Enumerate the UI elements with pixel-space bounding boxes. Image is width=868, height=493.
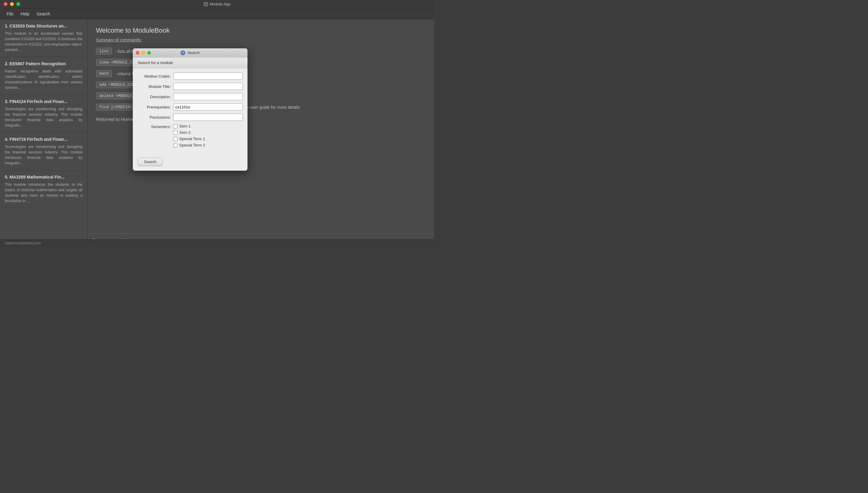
dialog-footer: Search <box>133 155 248 171</box>
preclusions-label: Preclusions: <box>138 115 171 120</box>
prerequisites-label: Prerequisites: <box>138 105 171 109</box>
minimize-button[interactable] <box>10 2 14 6</box>
menu-help[interactable]: Help <box>18 10 32 18</box>
titlebar-buttons <box>4 2 20 6</box>
sidebar-item-desc-4: This module introduces the students to t… <box>5 182 83 203</box>
app-icon <box>204 2 208 6</box>
help-icon: ? <box>181 50 185 55</box>
semester-label-3: Special Term 2 <box>179 143 205 147</box>
prerequisites-input[interactable] <box>173 103 243 111</box>
module-codes-label: Modlue Codes: <box>138 74 171 79</box>
menu-search[interactable]: Search <box>33 10 53 18</box>
semester-checkbox-3[interactable] <box>173 143 178 147</box>
dialog-titlebar: ? Search <box>133 48 248 58</box>
maximize-button[interactable] <box>16 2 20 6</box>
preclusions-input[interactable] <box>173 113 243 121</box>
checkboxes-group: Sem 1 Sem 2 Special Term 1 Special Term … <box>173 124 205 147</box>
semester-checkbox-2[interactable] <box>173 137 178 141</box>
summary-label: Summary of commands: <box>96 38 426 42</box>
search-dialog: ? Search Search for a module Modlue Code… <box>133 48 248 171</box>
close-button[interactable] <box>4 2 7 6</box>
sidebar-item-desc-2: Technologies are transforming and disrup… <box>5 106 83 128</box>
sidebar-item-0[interactable]: 1. CS2020 Data Structures an... This mod… <box>0 19 87 57</box>
description-input[interactable] <box>173 93 243 100</box>
semester-row-0: Sem 1 <box>173 124 205 128</box>
sidebar: 1. CS2020 Data Structures an... This mod… <box>0 19 88 246</box>
prerequisites-row: Prerequisites: <box>138 103 243 111</box>
search-button[interactable]: Search <box>138 158 163 166</box>
semester-row-3: Special Term 2 <box>173 143 205 147</box>
sidebar-item-title-4: 5. MA3269 Mathematical Fin... <box>5 175 83 179</box>
sidebar-item-title-3: 4. FIN4719 FinTech and Finan... <box>5 137 83 142</box>
semester-checkbox-0[interactable] <box>173 124 178 128</box>
module-title-input[interactable] <box>173 83 243 90</box>
semester-row-2: Special Term 1 <box>173 136 205 141</box>
semester-label-2: Special Term 1 <box>179 136 205 141</box>
dialog-title: ? Search <box>181 50 200 55</box>
semester-label-0: Sem 1 <box>179 124 191 128</box>
sidebar-item-title-1: 2. EE5907 Pattern Recognition <box>5 61 83 66</box>
module-codes-input[interactable] <box>173 72 243 80</box>
dialog-body: Modlue Codes: Module Title: Description:… <box>133 68 248 155</box>
app-title: Module App <box>204 2 231 6</box>
module-title-label: Module Title: <box>138 84 171 89</box>
sidebar-item-1[interactable]: 2. EE5907 Pattern Recognition Pattern re… <box>0 57 87 95</box>
preclusions-row: Preclusions: <box>138 113 243 121</box>
command-badge-0: list <box>96 48 112 55</box>
dialog-titlebar-buttons <box>136 51 151 55</box>
status-path: ./data/modulebook.json <box>4 241 41 245</box>
status-bar: ./data/modulebook.json <box>0 239 434 246</box>
sidebar-item-3[interactable]: 4. FIN4719 FinTech and Finan... Technolo… <box>0 133 87 170</box>
dialog-close-button[interactable] <box>136 51 139 55</box>
dialog-header: Search for a module <box>133 58 248 68</box>
sidebar-item-desc-3: Technologies are transforming and disrup… <box>5 144 83 166</box>
sidebar-item-title-0: 1. CS2020 Data Structures an... <box>5 24 83 28</box>
semester-label-1: Sem 2 <box>179 130 191 135</box>
titlebar: Module App <box>0 0 434 8</box>
dialog-maximize-button[interactable] <box>147 51 151 55</box>
semester-row-1: Sem 2 <box>173 130 205 135</box>
menu-file[interactable]: File <box>4 10 17 18</box>
semesters-row: Semesters: Sem 1 Sem 2 Special Term 1 <box>138 124 243 147</box>
module-codes-row: Modlue Codes: <box>138 72 243 80</box>
semesters-label: Semesters: <box>138 124 171 129</box>
sidebar-item-title-2: 3. FIN4124 FinTech and Finan... <box>5 99 83 104</box>
semester-checkbox-1[interactable] <box>173 130 178 135</box>
welcome-title: Welcome to ModuleBook <box>96 27 426 35</box>
sidebar-item-desc-0: This module is an accelerated version th… <box>5 31 83 52</box>
description-label: Description: <box>138 94 171 99</box>
module-title-row: Module Title: <box>138 83 243 90</box>
description-row: Description: <box>138 93 243 100</box>
sidebar-item-4[interactable]: 5. MA3269 Mathematical Fin... This modul… <box>0 170 87 208</box>
sidebar-item-2[interactable]: 3. FIN4124 FinTech and Finan... Technolo… <box>0 95 87 133</box>
command-badge-2: back <box>96 70 112 77</box>
menubar: File Help Search <box>0 8 434 19</box>
sidebar-item-desc-1: Pattern recognition deals with automated… <box>5 69 83 90</box>
dialog-minimize-button[interactable] <box>141 51 145 55</box>
